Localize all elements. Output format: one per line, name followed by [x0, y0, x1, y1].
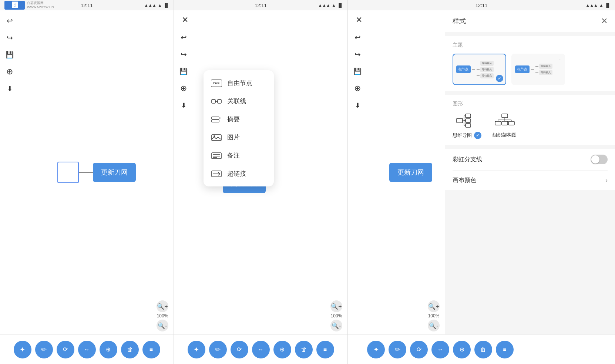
connect-button-l[interactable]: ⟳	[57, 341, 74, 358]
right-bottom-toolbar: ✦ ✏ ⟳ ↔ ⊕ 🗑 ≡	[348, 334, 615, 364]
svg-rect-16	[466, 114, 471, 118]
zoom-in-left[interactable]: 🔍+	[157, 300, 168, 312]
add-button-m[interactable]: ⊕	[177, 82, 190, 95]
theme-option-2[interactable]: 根节点 等待输入 等待输入	[511, 54, 565, 85]
connect-button-m[interactable]: ⟳	[231, 341, 248, 358]
rainbow-toggle[interactable]	[591, 155, 608, 164]
more-button-m[interactable]: ≡	[316, 341, 334, 358]
save-button-r[interactable]: 💾	[351, 65, 364, 78]
delete-button-l[interactable]: 🗑	[121, 341, 139, 358]
magic-button-m[interactable]: ✦	[188, 341, 205, 358]
free-node-label: 自由节点	[227, 79, 252, 87]
undo-button-m[interactable]: ↩	[177, 31, 190, 44]
empty-node[interactable]	[57, 162, 79, 183]
delete-button-m[interactable]: 🗑	[295, 341, 313, 358]
magic-button-r[interactable]: ✦	[367, 341, 385, 358]
left-time: 12:11	[81, 3, 93, 8]
connector-line	[79, 172, 93, 173]
left-bottom-toolbar: ✦ ✏ ⟳ ↔ ⊕ 🗑 ≡	[0, 334, 174, 364]
delete-button-r[interactable]: 🗑	[474, 341, 492, 358]
canvas-color-section: 画布颜色 ›	[445, 171, 615, 190]
svg-rect-18	[466, 124, 471, 127]
theme2-connector	[531, 69, 534, 70]
right-canvas: 更新刀网	[367, 10, 445, 334]
theme-section-title: 主题	[453, 42, 608, 48]
expand-button-m[interactable]: ⊕	[273, 341, 291, 358]
theme-options-row: 根节点 等待输入 等待输入	[453, 54, 608, 85]
more-button-l[interactable]: ≡	[142, 341, 160, 358]
theme2-node2: 等待输入	[539, 70, 552, 75]
theme2-node1: 等待输入	[539, 64, 552, 69]
main-node-right[interactable]: 更新刀网	[389, 163, 432, 182]
theme1-node3: 等待输入	[480, 73, 494, 78]
dropdown-item-link[interactable]: 关联线	[204, 92, 274, 110]
zoom-out-m[interactable]: 🔍-	[330, 320, 342, 331]
right-zoom-controls: 🔍+ 100% 🔍-	[428, 300, 440, 331]
child-button-m[interactable]: ↔	[252, 341, 270, 358]
shape-org[interactable]: 组织架构图	[493, 112, 517, 138]
edit-button-r[interactable]: ✏	[389, 341, 406, 358]
right-close-btn[interactable]: ✕	[352, 13, 366, 27]
svg-rect-30	[502, 121, 508, 125]
dropdown-item-note[interactable]: 备注	[204, 146, 274, 165]
download-button[interactable]: ⬇	[3, 82, 16, 95]
redo-button-r[interactable]: ↪	[351, 48, 364, 61]
zoom-out-r[interactable]: 🔍-	[428, 320, 440, 331]
image-label: 图片	[227, 133, 240, 142]
zoom-in-r[interactable]: 🔍+	[428, 300, 440, 312]
child-button-l[interactable]: ↔	[78, 341, 96, 358]
zoom-out-left[interactable]: 🔍-	[157, 320, 168, 331]
redo-button-m[interactable]: ↪	[177, 48, 190, 61]
shape-section: 图形	[445, 95, 615, 145]
dropdown-item-free-node[interactable]: Free 自由节点	[204, 74, 274, 92]
rainbow-label: 彩虹分支线	[453, 156, 482, 164]
wifi-icon-r: ▲	[599, 3, 604, 7]
add-button[interactable]: ⊕	[3, 65, 16, 78]
theme-option-1[interactable]: 根节点 等待输入 等待输入	[453, 54, 506, 85]
zoom-in-m[interactable]: 🔍+	[330, 300, 342, 312]
undo-button[interactable]: ↩	[3, 14, 16, 27]
org-shape-label: 组织架构图	[493, 132, 517, 138]
summary-icon	[211, 116, 222, 123]
redo-button[interactable]: ↪	[3, 31, 16, 44]
magic-button-l[interactable]: ✦	[14, 341, 31, 358]
save-button-m[interactable]: 💾	[177, 65, 190, 78]
canvas-color-chevron: ›	[605, 176, 608, 184]
dropdown-item-hyperlink[interactable]: 超链接	[204, 165, 274, 183]
style-close-button[interactable]: ✕	[601, 16, 608, 26]
rainbow-section: 彩虹分支线	[445, 149, 615, 171]
hyperlink-icon	[211, 170, 222, 178]
middle-close-btn[interactable]: ✕	[178, 13, 192, 27]
link-label: 关联线	[227, 97, 246, 105]
zoom-level-m: 100%	[331, 313, 342, 318]
edit-button-m[interactable]: ✏	[209, 341, 227, 358]
left-canvas: 更新刀网	[19, 10, 174, 334]
main-node-left[interactable]: 更新刀网	[93, 163, 136, 182]
zoom-level-r: 100%	[428, 313, 440, 318]
expand-button-l[interactable]: ⊕	[100, 341, 117, 358]
dropdown-item-image[interactable]: 图片	[204, 128, 274, 146]
rainbow-toggle-knob	[591, 155, 599, 164]
undo-button-r[interactable]: ↩	[351, 31, 364, 44]
edit-button-l[interactable]: ✏	[35, 341, 53, 358]
add-button-r[interactable]: ⊕	[351, 82, 364, 95]
theme1-node1: 等待输入	[480, 61, 494, 66]
svg-rect-29	[495, 121, 501, 125]
svg-point-7	[214, 135, 215, 137]
wifi-icon: ▲	[158, 3, 162, 7]
right-status-bar: 12:11 ▲▲▲ ▲ ▐▌	[348, 0, 615, 10]
download-button-r[interactable]: ⬇	[351, 99, 364, 112]
download-button-m[interactable]: ⬇	[177, 99, 190, 112]
dropdown-item-summary[interactable]: 摘要	[204, 110, 274, 128]
save-button[interactable]: 💾	[3, 48, 16, 61]
note-label: 备注	[227, 151, 240, 160]
style-panel: 样式 ✕ 主题 根节点 等待输入	[445, 10, 615, 334]
mindmap-check: ✓	[474, 132, 481, 139]
middle-zoom-controls: 🔍+ 100% 🔍-	[330, 300, 342, 331]
child-button-r[interactable]: ↔	[431, 341, 449, 358]
more-button-r[interactable]: ≡	[496, 341, 514, 358]
canvas-color-row[interactable]: 画布颜色 ›	[453, 171, 608, 190]
connect-button-r[interactable]: ⟳	[410, 341, 428, 358]
shape-mindmap[interactable]: 思维导图 ✓	[453, 112, 481, 139]
expand-button-r[interactable]: ⊕	[453, 341, 471, 358]
